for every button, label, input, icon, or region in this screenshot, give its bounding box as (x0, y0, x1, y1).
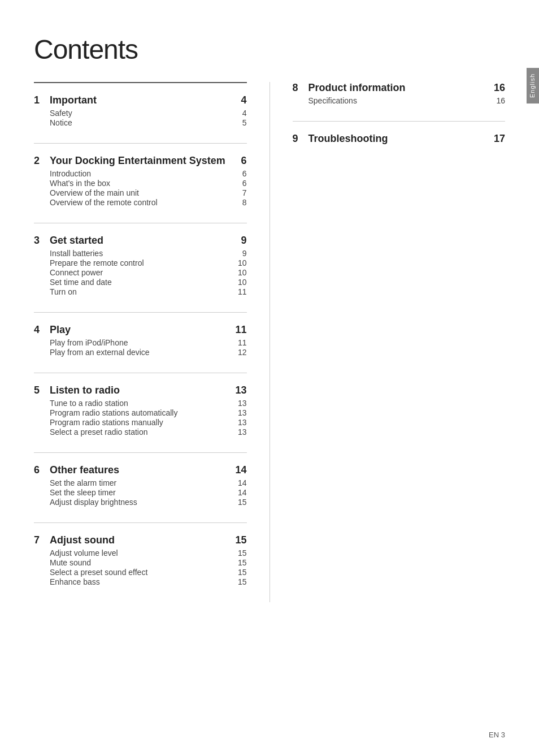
toc-sub-page: 13 (230, 408, 247, 417)
toc-section-header: 2Your Docking Entertainment System6 (34, 155, 247, 167)
toc-sub-title: Adjust volume level (50, 548, 230, 558)
toc-section-page: 11 (230, 324, 247, 336)
toc-section-header: 7Adjust sound15 (34, 534, 247, 546)
toc-sub-entry: Turn on11 (34, 287, 247, 296)
toc-sub-page: 6 (230, 179, 247, 188)
toc-sub-title: Connect power (50, 268, 230, 277)
left-toc: 1Important4Safety4Notice52Your Docking E… (34, 94, 247, 586)
toc-section: 9Troubleshooting17 (293, 121, 506, 145)
toc-sub-title: Select a preset radio station (50, 427, 230, 437)
toc-section-number: 9 (293, 133, 305, 145)
toc-sub-title: Play from iPod/iPhone (50, 338, 230, 347)
toc-sub-title: Set time and date (50, 278, 230, 287)
toc-section-header: 1Important4 (34, 94, 247, 106)
toc-sub-entry: Play from iPod/iPhone11 (34, 338, 247, 347)
toc-sub-page: 13 (230, 399, 247, 408)
toc-section-title: Listen to radio (50, 385, 230, 396)
toc-section-page: 6 (230, 155, 247, 167)
toc-columns: 1Important4Safety4Notice52Your Docking E… (34, 82, 505, 602)
toc-section-header: 3Get started9 (34, 235, 247, 247)
toc-sub-page: 15 (230, 498, 247, 507)
toc-sub-page: 10 (230, 258, 247, 267)
toc-sub-page: 10 (230, 278, 247, 287)
toc-sub-title: Install batteries (50, 249, 230, 258)
toc-sub-title: Play from an external device (50, 348, 230, 357)
toc-sub-title: Turn on (50, 287, 230, 296)
toc-sub-title: Set the sleep timer (50, 488, 230, 497)
toc-section-page: 4 (230, 94, 247, 106)
toc-sub-page: 16 (488, 96, 505, 105)
side-tab: English (527, 68, 539, 103)
toc-sub-entry: Notice5 (34, 118, 247, 127)
toc-sub-title: Prepare the remote control (50, 258, 230, 267)
toc-section-number: 7 (34, 534, 46, 546)
toc-sub-page: 13 (230, 427, 247, 437)
toc-sub-page: 15 (230, 558, 247, 567)
toc-sub-title: Adjust display brightness (50, 498, 230, 507)
toc-sub-title: Enhance bass (50, 577, 230, 586)
toc-section: 8Product information16Specifications16 (293, 82, 506, 105)
toc-section-number: 3 (34, 235, 46, 247)
toc-section-header: 4Play11 (34, 324, 247, 336)
toc-section: 1Important4Safety4Notice5 (34, 94, 247, 127)
toc-sub-title: Program radio stations manually (50, 418, 230, 427)
toc-sub-page: 15 (230, 568, 247, 577)
toc-sub-page: 12 (230, 348, 247, 357)
toc-sub-entry: Tune to a radio station13 (34, 399, 247, 408)
page-title: Contents (34, 34, 505, 65)
toc-sub-entry: Set the sleep timer14 (34, 488, 247, 497)
toc-sub-title: Tune to a radio station (50, 399, 230, 408)
toc-sub-entry: Adjust display brightness15 (34, 498, 247, 507)
toc-section-page: 17 (488, 133, 505, 145)
toc-sub-title: Specifications (308, 96, 489, 105)
toc-section-title: Your Docking Entertainment System (50, 155, 230, 167)
toc-sub-page: 15 (230, 548, 247, 558)
toc-section-header: 6Other features14 (34, 464, 247, 476)
toc-sub-entry: Set time and date10 (34, 278, 247, 287)
toc-sub-entry: Program radio stations automatically13 (34, 408, 247, 417)
toc-section-number: 4 (34, 324, 46, 336)
toc-sub-title: Mute sound (50, 558, 230, 567)
toc-section-title: Important (50, 94, 230, 106)
toc-sub-entry: Mute sound15 (34, 558, 247, 567)
toc-section-number: 2 (34, 155, 46, 167)
toc-sub-page: 9 (230, 249, 247, 258)
toc-sub-title: Overview of the remote control (50, 198, 230, 207)
toc-sub-title: Overview of the main unit (50, 188, 230, 197)
toc-section: 6Other features14Set the alarm timer14Se… (34, 452, 247, 507)
toc-left-column: 1Important4Safety4Notice52Your Docking E… (34, 82, 270, 602)
toc-sub-entry: Select a preset radio station13 (34, 427, 247, 437)
toc-section-title: Get started (50, 235, 230, 247)
toc-section-number: 8 (293, 82, 305, 94)
toc-sub-title: Select a preset sound effect (50, 568, 230, 577)
toc-sub-page: 4 (230, 109, 247, 118)
footer: EN 3 (489, 731, 505, 739)
toc-sub-entry: Overview of the main unit7 (34, 188, 247, 197)
toc-section-title: Other features (50, 464, 230, 476)
toc-sub-title: Notice (50, 118, 230, 127)
toc-section: 4Play11Play from iPod/iPhone11Play from … (34, 312, 247, 357)
toc-section-page: 13 (230, 385, 247, 396)
toc-sub-entry: Introduction6 (34, 169, 247, 178)
toc-sub-entry: Select a preset sound effect15 (34, 568, 247, 577)
toc-sub-entry: Specifications16 (293, 96, 506, 105)
toc-sub-entry: Prepare the remote control10 (34, 258, 247, 267)
toc-section: 2Your Docking Entertainment System6Intro… (34, 143, 247, 207)
toc-section-header: 9Troubleshooting17 (293, 133, 506, 145)
toc-section-title: Product information (308, 82, 489, 94)
toc-sub-title: Safety (50, 109, 230, 118)
toc-sub-page: 5 (230, 118, 247, 127)
toc-sub-page: 7 (230, 188, 247, 197)
toc-sub-entry: Overview of the remote control8 (34, 198, 247, 207)
toc-sub-entry: Connect power10 (34, 268, 247, 277)
toc-section: 7Adjust sound15Adjust volume level15Mute… (34, 522, 247, 586)
toc-sub-page: 14 (230, 488, 247, 497)
toc-section-title: Play (50, 324, 230, 336)
toc-sub-entry: Safety4 (34, 109, 247, 118)
toc-section-page: 14 (230, 464, 247, 476)
toc-section-page: 9 (230, 235, 247, 247)
toc-sub-title: Program radio stations automatically (50, 408, 230, 417)
toc-sub-entry: Program radio stations manually13 (34, 418, 247, 427)
toc-sub-page: 14 (230, 478, 247, 487)
toc-section-number: 5 (34, 385, 46, 396)
